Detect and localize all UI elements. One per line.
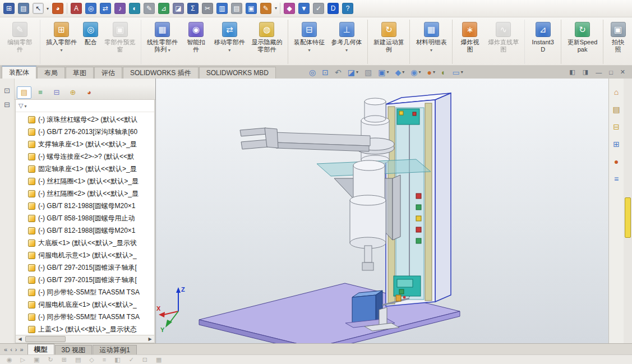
assembly-features-button[interactable]: ⊟ 装配体特征 — [291, 20, 328, 64]
display-style-icon[interactable]: ◆ — [395, 68, 404, 77]
tree-item[interactable]: 支撑轴承座<1> (默认<<默认>_显 — [16, 138, 154, 150]
take-snapshot-button[interactable]: ▣ 拍快照 — [606, 20, 630, 64]
tab-motion-study-1[interactable]: 运动算例1 — [93, 345, 137, 354]
smart-fasteners-button[interactable]: ◉ 智能扣件 — [181, 20, 210, 64]
exploded-view-button[interactable]: ∗ 爆炸视图 — [455, 20, 485, 64]
scroll-left-icon[interactable]: ◀ — [16, 337, 24, 342]
help-icon[interactable]: ? — [342, 3, 353, 14]
file-explorer-icon[interactable]: ⊟ — [613, 122, 620, 131]
linear-component-pattern-button[interactable]: ▦ 线性零部件阵列 — [144, 20, 181, 64]
tree-item[interactable]: 伺服电机底座<1> (默认<<默认>_ — [16, 298, 154, 311]
last-tab-icon[interactable]: » — [20, 346, 23, 353]
view-orientation-icon[interactable]: ▣ — [378, 68, 389, 77]
design-journal-icon[interactable]: ♪ — [114, 3, 126, 14]
doc-close-icon[interactable]: ✕ — [620, 68, 625, 76]
tree-item[interactable]: (-) 同步带轮-S5M型 TAAS5M TSA — [16, 286, 154, 298]
tree-item[interactable]: (-) 丝杠隔圈<1> (默认<<默认>_显 — [16, 175, 154, 187]
move-component-button[interactable]: ⇄ 移动零部件 — [211, 20, 248, 64]
tab-3d-views[interactable]: 3D 视图 — [55, 345, 93, 354]
render-tools-icon[interactable]: ◕ — [52, 3, 63, 14]
view-palette-icon[interactable]: ⊞ — [613, 140, 620, 149]
new-motion-study-button[interactable]: ↻ 新建运动算例 — [371, 20, 410, 64]
scrollbar-thumb[interactable] — [25, 336, 66, 342]
dimxpertmanager-tab-icon[interactable]: ⊕ — [66, 86, 80, 99]
tree-filter-icon[interactable]: ▽ — [19, 102, 26, 109]
update-speedpak-button[interactable]: ↻ 更新Speedpak — [564, 20, 604, 64]
taskpane-flyout-tab[interactable] — [625, 197, 631, 238]
spell-check-icon[interactable]: A — [71, 3, 82, 14]
graphics-viewport[interactable]: Z X Y — [156, 79, 608, 343]
tab-layout[interactable]: 布局 — [37, 67, 65, 79]
edit-appearance-icon[interactable]: ● — [427, 68, 435, 77]
tree-item[interactable]: 固定轴承座<1> (默认<<默认>_显 — [16, 163, 154, 175]
tree-item[interactable]: (-) GB/T 297-2015[圆锥滚子轴承[ — [16, 274, 154, 286]
web-help-icon[interactable]: ◐ — [129, 3, 140, 14]
next-tab-icon[interactable]: › — [15, 346, 17, 353]
verify-icon[interactable]: ✓ — [313, 3, 324, 14]
displaymanager-tab-icon[interactable]: ◕ — [82, 86, 96, 99]
section-view-icon[interactable]: ◪ — [348, 68, 358, 77]
view-settings-icon[interactable]: ▭ — [452, 68, 463, 77]
tree-item[interactable]: (-) 丝杠隔圈<2> (默认<<默认>_显 — [16, 187, 154, 200]
select-arrow-icon[interactable]: ↖ — [33, 3, 44, 14]
tree-item[interactable]: 上盖<1> (默认<<默认>_显示状态 — [16, 323, 154, 335]
magnified-selection-icon[interactable]: ◎ — [85, 3, 96, 14]
feature-pane-toggle-icon[interactable]: ⊟ — [4, 100, 10, 109]
display-pane-toggle-icon[interactable]: ⊡ — [4, 86, 10, 95]
tab-assembly[interactable]: 装配体 — [2, 66, 36, 79]
tree-item[interactable]: (-) GB/T 858-1988[圆螺母用止动 — [16, 212, 154, 224]
tree-item[interactable]: (-) 同步带轮-S5M型 TAAS5M TSA — [16, 311, 154, 323]
edit-component-button[interactable]: ✎ 编辑零部件 — [2, 20, 40, 64]
tree-item[interactable]: 大底板<1> (默认<<默认>_显示状 — [16, 237, 154, 249]
tab-solidworks-mbd[interactable]: SOLIDWORKS MBD — [199, 67, 276, 79]
tab-sketch[interactable]: 草图 — [66, 67, 94, 79]
pane-split-icon[interactable]: ◨ — [583, 68, 588, 76]
tree-item[interactable]: (-) GB/T 297-2015[圆锥滚子轴承[ — [16, 261, 154, 274]
scrollbar-track[interactable] — [24, 335, 146, 343]
save-icon[interactable]: ▤ — [18, 3, 29, 14]
instant3d-button[interactable]: ⊿ Instant3D — [528, 20, 561, 64]
tree-item[interactable]: (-) 螺母连接座<2>->? (默认<<默 — [16, 150, 154, 163]
featuremanager-tab-icon[interactable]: ▤ — [17, 86, 31, 99]
zoom-area-icon[interactable]: ⊡ — [322, 68, 329, 77]
equations-icon[interactable]: Σ — [187, 3, 199, 14]
doc-minimize-icon[interactable]: — — [596, 69, 602, 76]
insert-components-button[interactable]: ⊞ 插入零部件 — [43, 20, 80, 64]
tab-solidworks-addins[interactable]: SOLIDWORKS 插件 — [123, 67, 199, 79]
bill-of-materials-button[interactable]: ▦ 材料明细表 — [413, 20, 453, 64]
tree-item[interactable]: (-) 滚珠丝杠螺母<2> (默认<<默认 — [16, 113, 154, 126]
component-preview-window-button[interactable]: ▣ 零部件预览窗 — [102, 20, 141, 64]
mate-button[interactable]: ◎ 配合 — [80, 20, 101, 64]
tree-item[interactable]: 伺服电机示意<1> (默认<<默认>_ — [16, 249, 154, 261]
find-replace-icon[interactable]: ⇄ — [100, 3, 111, 14]
tree-item[interactable]: (-) GB/T 276-2013[深沟球轴承[60 — [16, 126, 154, 138]
measure-icon[interactable]: ⊿ — [158, 3, 169, 14]
selection-filter-icon[interactable]: ▼ — [298, 3, 310, 14]
pane-left-icon[interactable]: ◧ — [569, 68, 575, 76]
prev-tab-icon[interactable]: ‹ — [10, 346, 12, 353]
tree-item[interactable]: (-) GB/T 812-1988[圆螺母M20×1 — [16, 224, 154, 237]
hide-show-items-icon[interactable]: ◉ — [410, 68, 421, 77]
section-properties-icon[interactable]: ◪ — [173, 3, 184, 14]
edit-appearance-qat-icon[interactable]: ✎ — [260, 3, 271, 14]
copy-settings-icon[interactable]: ▣ — [246, 3, 257, 14]
user-account-icon[interactable]: D — [327, 3, 339, 14]
configurationmanager-tab-icon[interactable]: ⊟ — [49, 86, 64, 99]
design-library-icon[interactable]: ▤ — [612, 105, 620, 114]
curve-tools-icon[interactable]: ✂ — [202, 3, 213, 14]
markup-icon[interactable]: ✎ — [144, 3, 155, 14]
previous-view-icon[interactable]: ↶ — [335, 68, 342, 77]
apply-scene-icon[interactable]: ◐ — [441, 68, 446, 77]
first-tab-icon[interactable]: « — [4, 346, 7, 353]
appearances-scenes-icon[interactable]: ● — [614, 157, 619, 166]
scroll-right-icon[interactable]: ▶ — [146, 337, 154, 342]
propertymanager-tab-icon[interactable]: ≡ — [33, 86, 48, 99]
solidworks-resources-icon[interactable]: ⌂ — [614, 87, 619, 96]
magic-tool-icon[interactable]: ◆ — [284, 3, 295, 14]
custom-properties-icon[interactable]: ≡ — [614, 174, 619, 183]
tab-evaluate[interactable]: 评估 — [94, 67, 122, 79]
tree-item[interactable]: (-) GB/T 812-1988[圆螺母M20×1 — [16, 200, 154, 212]
explode-line-sketch-button[interactable]: ∿ 爆炸直线草图 — [485, 20, 525, 64]
tab-model[interactable]: 模型 — [27, 344, 54, 354]
doc-restore-icon[interactable]: □ — [609, 69, 613, 76]
